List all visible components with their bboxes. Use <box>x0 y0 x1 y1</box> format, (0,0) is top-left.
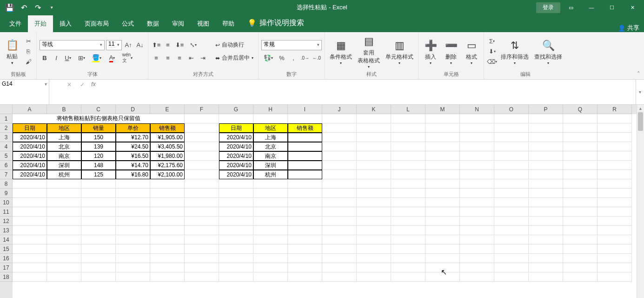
cell[interactable]: 南京 <box>253 151 288 161</box>
cell[interactable] <box>185 217 219 226</box>
chevron-down-icon[interactable]: ▾ <box>45 81 47 87</box>
cell[interactable] <box>81 207 116 217</box>
decrease-indent-button[interactable]: ⇤ <box>186 53 196 63</box>
cell[interactable] <box>425 244 460 254</box>
column-header[interactable]: M <box>425 105 460 114</box>
cell[interactable] <box>150 263 185 272</box>
cell[interactable] <box>391 198 425 207</box>
cell[interactable] <box>460 133 494 142</box>
cell[interactable]: ¥16.50 <box>116 151 150 161</box>
cell[interactable] <box>460 226 494 235</box>
cell[interactable]: 深圳 <box>253 161 288 170</box>
cell[interactable] <box>150 254 185 263</box>
cell[interactable] <box>598 226 632 235</box>
cell[interactable] <box>322 207 357 217</box>
cell[interactable] <box>13 179 47 189</box>
cell[interactable] <box>13 235 47 244</box>
cell[interactable] <box>425 142 460 151</box>
cell[interactable] <box>13 207 47 217</box>
cell[interactable]: 销量 <box>81 123 116 133</box>
expand-formula-bar[interactable]: ▾ <box>636 80 644 104</box>
grid[interactable]: 将销售额粘贴到右侧表格只保留值日期地区销量单价销售额日期地区销售额2020/4/… <box>13 114 637 298</box>
cell[interactable] <box>288 207 322 217</box>
column-header[interactable]: O <box>494 105 529 114</box>
cell[interactable] <box>219 254 253 263</box>
cell[interactable] <box>116 263 150 272</box>
increase-font-button[interactable]: A↑ <box>123 40 133 50</box>
cell[interactable] <box>253 235 288 244</box>
cell[interactable] <box>81 254 116 263</box>
cell[interactable] <box>529 235 563 244</box>
row-header[interactable]: 17 <box>0 263 13 272</box>
cell[interactable] <box>494 189 529 198</box>
cell[interactable] <box>391 189 425 198</box>
column-header[interactable]: A <box>13 105 47 114</box>
name-box[interactable]: G14 ▾ <box>0 80 49 104</box>
cell[interactable] <box>563 161 598 170</box>
cell[interactable] <box>357 235 391 244</box>
cell[interactable]: 地区 <box>253 123 288 133</box>
cell[interactable] <box>253 114 288 123</box>
cell[interactable] <box>425 272 460 282</box>
cell[interactable]: 2020/4/10 <box>219 151 253 161</box>
cell[interactable]: 销售额 <box>150 123 185 133</box>
cell[interactable] <box>425 161 460 170</box>
column-header[interactable]: R <box>598 105 632 114</box>
number-format-select[interactable]: 常规▾ <box>261 40 322 50</box>
cell[interactable] <box>219 244 253 254</box>
cell[interactable] <box>494 226 529 235</box>
format-painter-button[interactable]: 🖌 <box>23 57 33 67</box>
cell[interactable] <box>494 142 529 151</box>
cell[interactable] <box>460 244 494 254</box>
tab-layout[interactable]: 页面布局 <box>78 15 115 32</box>
cell[interactable] <box>494 170 529 179</box>
column-header[interactable]: L <box>391 105 425 114</box>
cell[interactable] <box>598 123 632 133</box>
cell[interactable] <box>563 226 598 235</box>
cell[interactable] <box>322 123 357 133</box>
cell[interactable]: 2020/4/10 <box>219 142 253 151</box>
cell[interactable]: 日期 <box>219 123 253 133</box>
column-header[interactable]: H <box>253 105 288 114</box>
cell[interactable] <box>185 198 219 207</box>
accounting-format-button[interactable]: 💱▾ <box>261 53 275 63</box>
cell[interactable] <box>529 142 563 151</box>
cell[interactable] <box>288 217 322 226</box>
row-header[interactable]: 15 <box>0 244 13 254</box>
cell[interactable] <box>529 244 563 254</box>
cell[interactable] <box>391 254 425 263</box>
cell[interactable]: 北京 <box>253 142 288 151</box>
cell[interactable] <box>185 254 219 263</box>
cell[interactable] <box>494 272 529 282</box>
cell[interactable] <box>219 235 253 244</box>
maximize-button[interactable]: ☐ <box>602 1 622 14</box>
cell[interactable] <box>81 272 116 282</box>
cell[interactable] <box>13 217 47 226</box>
vertical-scrollbar[interactable]: ▲ <box>637 105 644 298</box>
cell[interactable] <box>598 179 632 189</box>
fx-icon[interactable]: fx <box>91 81 96 88</box>
cell[interactable] <box>598 263 632 272</box>
cell[interactable] <box>598 254 632 263</box>
cell[interactable] <box>598 151 632 161</box>
column-header[interactable]: E <box>150 105 185 114</box>
row-header[interactable]: 11 <box>0 207 13 217</box>
cut-button[interactable]: ✂ <box>23 37 33 46</box>
row-header[interactable]: 6 <box>0 161 13 170</box>
find-select-button[interactable]: 🔍查找和选择▾ <box>532 37 564 66</box>
cell[interactable] <box>357 198 391 207</box>
cell[interactable] <box>116 189 150 198</box>
increase-indent-button[interactable]: ⇥ <box>198 53 208 63</box>
cell[interactable] <box>81 235 116 244</box>
cell[interactable] <box>322 114 357 123</box>
cell[interactable]: 南京 <box>47 151 81 161</box>
cell[interactable] <box>185 226 219 235</box>
cell[interactable] <box>13 198 47 207</box>
align-right-button[interactable]: ≡ <box>174 53 185 63</box>
cell[interactable] <box>322 151 357 161</box>
cell[interactable] <box>529 207 563 217</box>
cell[interactable] <box>116 254 150 263</box>
column-header[interactable]: J <box>322 105 357 114</box>
cell[interactable] <box>47 226 81 235</box>
tab-home[interactable]: 开始 <box>28 15 53 32</box>
